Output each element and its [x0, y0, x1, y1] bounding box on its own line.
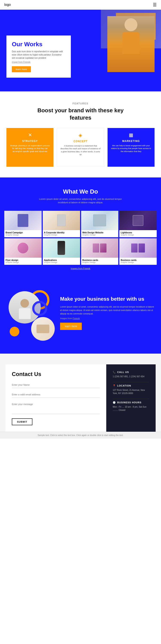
- portfolio-thumb-3: [119, 211, 157, 230]
- portfolio-thumb-4: [4, 238, 42, 258]
- portfolio-cat-5: Graphic Design: [44, 261, 79, 264]
- better-visuals: [6, 289, 54, 336]
- features-grid: ✕ STRATEGY Strategic planning is an orga…: [6, 128, 155, 167]
- concept-title: CONCEPT: [60, 140, 101, 143]
- what-we-do-desc: Lorem ipsum dolor sit amet, consectetur …: [37, 197, 123, 204]
- portfolio-image-credit: Images from Freepik: [4, 267, 157, 270]
- navbar: logo ☰: [0, 0, 161, 10]
- what-we-do-header: What We Do Lorem ipsum dolor sit amet, c…: [4, 188, 157, 204]
- hero-image-credit: Image from Freepik: [12, 61, 65, 63]
- nav-logo: logo: [4, 3, 11, 7]
- contact-form-area: Contact Us SUBMIT: [5, 364, 106, 432]
- hero-title: Our Works: [12, 41, 65, 48]
- contact-divider-2: [113, 399, 149, 399]
- small-white-circle: [31, 317, 55, 341]
- hero-learn-more-button[interactable]: learn more: [12, 66, 31, 72]
- contact-location-title: 📍 LOCATION: [113, 384, 149, 387]
- portfolio-item-4[interactable]: Flyer design Graphic Design: [4, 238, 42, 265]
- contact-inner: Contact Us SUBMIT 📞 CALL US 1 (234) 567-…: [5, 364, 156, 432]
- better-section: Make your business better with us Lorem …: [0, 276, 161, 354]
- contact-hours-title: 🕐 BUSINESS HOURS: [113, 401, 149, 404]
- contact-submit-button[interactable]: SUBMIT: [12, 418, 32, 425]
- contact-location-section: 📍 LOCATION 127 Rock Street, 21 Avenue, N…: [113, 384, 149, 395]
- contact-section: Contact Us SUBMIT 📞 CALL US 1 (234) 567-…: [0, 354, 161, 432]
- contact-title: Contact Us: [12, 371, 100, 378]
- portfolio-cat-7: Graphic Design: [121, 261, 156, 264]
- marketing-desc: We can help to boost engagement with you…: [111, 144, 151, 153]
- what-we-do-title: What We Do: [4, 188, 157, 195]
- portfolio-thumb-1: [43, 211, 80, 230]
- contact-call-numbers: 1 (234) 567-891, 1 (234) 567-654: [113, 375, 149, 378]
- contact-location-address: 127 Rock Street, 21 Avenue, New York, NY…: [113, 388, 149, 395]
- portfolio-cat-1: Graphic Design: [44, 234, 79, 236]
- portfolio-title-1: A Corporate Identity: [44, 232, 79, 234]
- portfolio-title-5: Applications: [44, 259, 79, 261]
- contact-call-section: 📞 CALL US 1 (234) 567-891, 1 (234) 567-6…: [113, 371, 149, 378]
- portfolio-title-0: Brand Campaign: [5, 232, 40, 234]
- location-icon: 📍: [113, 384, 116, 387]
- marketing-title: MARKETING: [111, 140, 151, 142]
- portfolio-item-0[interactable]: Brand Campaign Graphic Design: [4, 211, 42, 237]
- portfolio-title-7: Business cards: [121, 259, 156, 261]
- better-image-credit: Images from Freepik: [60, 317, 155, 320]
- strategy-icon: ✕: [10, 132, 50, 138]
- portfolio-item-6[interactable]: Business cards Graphic Design: [81, 238, 119, 265]
- portfolio-cat-2: Graphic Design: [82, 234, 117, 236]
- portfolio-item-5[interactable]: Applications Graphic Design: [43, 238, 80, 265]
- better-inner: Make your business better with us Lorem …: [6, 289, 155, 336]
- portfolio-thumb-7: [119, 238, 157, 258]
- contact-call-title: 📞 CALL US: [113, 371, 149, 374]
- hamburger-icon[interactable]: ☰: [153, 2, 157, 7]
- contact-hours-section: 🕐 BUSINESS HOURS Mon - Fri .... 10 am - …: [113, 401, 149, 412]
- contact-name-input[interactable]: [12, 382, 100, 388]
- portfolio-title-3: Lightboxes: [121, 232, 156, 234]
- portfolio-thumb-5: [43, 238, 80, 258]
- contact-divider-1: [113, 382, 149, 382]
- portfolio-cat-3: Graphic Design: [121, 234, 156, 236]
- better-image-credit-prefix: Images from: [60, 317, 72, 320]
- portfolio-item-7[interactable]: Business cards Graphic Design: [119, 238, 157, 265]
- strategy-title: STRATEGY: [10, 140, 50, 142]
- better-content: Make your business better with us Lorem …: [60, 296, 155, 330]
- contact-email-input[interactable]: [12, 392, 100, 398]
- portfolio-thumb-6: [81, 238, 119, 258]
- feature-card-concept: ◈ CONCEPT A business concept is a statem…: [57, 128, 104, 167]
- portfolio-title-6: Business cards: [82, 259, 117, 261]
- hero-section: Our Works Duis aute irure dolor in repre…: [0, 10, 161, 92]
- small-orange-circle: [10, 327, 19, 336]
- feature-card-marketing: ▦ MARKETING We can help to boost engagem…: [108, 128, 155, 167]
- portfolio-thumb-2: [81, 211, 119, 230]
- clock-icon: 🕐: [113, 401, 116, 404]
- blue-ring: [32, 301, 47, 316]
- portfolio-thumb-0: [4, 211, 42, 230]
- footer-note: Sample text. Click to select the text bo…: [0, 432, 161, 438]
- what-we-do-section: What We Do Lorem ipsum dolor sit amet, c…: [0, 178, 161, 276]
- better-image-credit-link[interactable]: Freepik: [73, 317, 80, 320]
- portfolio-title-2: Web Design Website: [82, 232, 117, 234]
- portfolio-grid: Brand Campaign Graphic Design A Corporat…: [4, 211, 157, 265]
- contact-hours-text: Mon - Fri .... 10 am - 8 pm, Sat-Sun ...…: [113, 405, 149, 412]
- portfolio-cat-4: Graphic Design: [5, 261, 40, 264]
- features-section: FEATURES Boost your brand with these key…: [0, 92, 161, 178]
- hero-card: Our Works Duis aute irure dolor in repre…: [6, 36, 71, 78]
- portfolio-title-4: Flyer design: [5, 259, 40, 261]
- footer-note-text: Sample text. Click to select the text bo…: [4, 434, 157, 436]
- contact-info-panel: 📞 CALL US 1 (234) 567-891, 1 (234) 567-6…: [106, 364, 156, 432]
- better-title: Make your business better with us: [60, 296, 155, 302]
- phone-icon: 📞: [113, 371, 116, 374]
- portfolio-item-2[interactable]: Web Design Website Graphic Design: [81, 211, 119, 237]
- feature-card-strategy: ✕ STRATEGY Strategic planning is an orga…: [6, 128, 53, 167]
- features-label: FEATURES: [6, 102, 155, 105]
- concept-desc: A business concept is a statement that d…: [60, 144, 101, 156]
- hero-description: Duis aute irure dolor in reprehenderit i…: [12, 50, 65, 60]
- concept-icon: ◈: [60, 132, 101, 138]
- better-desc: Lorem ipsum dolor sit amet, consectetur …: [60, 305, 155, 316]
- portfolio-cat-0: Graphic Design: [5, 234, 40, 236]
- features-title: Boost your brand with these key features: [27, 107, 134, 122]
- portfolio-cat-6: Graphic Design: [82, 261, 117, 264]
- marketing-icon: ▦: [111, 132, 151, 138]
- contact-message-input[interactable]: [12, 401, 100, 414]
- portfolio-item-3[interactable]: Lightboxes Graphic Design: [119, 211, 157, 237]
- better-learn-more-button[interactable]: learn more: [60, 323, 82, 330]
- portfolio-item-1[interactable]: A Corporate Identity Graphic Design: [43, 211, 80, 237]
